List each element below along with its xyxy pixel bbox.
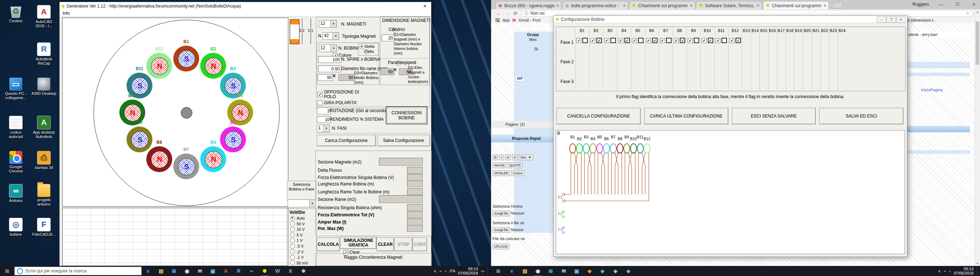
radio-stella[interactable] (360, 44, 364, 49)
bookmark-star-icon[interactable]: ☆ (966, 11, 970, 16)
scroll-up-icon[interactable]: ▲ (975, 10, 980, 14)
desktop-icon-fidocadj[interactable]: FFidoCADJ0... (31, 218, 57, 236)
flag-connect-b10[interactable]: ✓ (702, 38, 707, 43)
taskbar-icon-recap-task[interactable]: R (234, 266, 243, 276)
coil-b12[interactable]: N (146, 53, 172, 79)
flag-connect-b12[interactable]: ✓ (729, 38, 735, 43)
calcola-button[interactable]: CALCOLA (317, 238, 340, 251)
spire-input[interactable]: 100 (318, 56, 341, 63)
language-indicator[interactable]: ITA (449, 269, 455, 273)
taskbar-icon-edge[interactable]: e (143, 266, 153, 276)
network-icon-2[interactable]: ⌁ (944, 269, 946, 273)
volume-icon[interactable]: ♪ (445, 269, 447, 273)
format-toolbar-row1[interactable]: BIUSDim. ▼ (493, 154, 534, 160)
minimize-icon[interactable]: — (877, 16, 886, 23)
clear-button[interactable]: CLEAR (376, 238, 394, 251)
generatore-titlebar[interactable]: ✺ Generatore Ver 1.12 - http://energiaal… (60, 2, 431, 10)
desktop-icon-cestino[interactable]: ♻Cestino (3, 5, 29, 23)
flag-connect-b9[interactable]: ✓ (688, 38, 693, 43)
flag-invert-b7[interactable] (666, 38, 671, 43)
taskbar-icon-chrome-task[interactable]: ◉ (533, 266, 542, 276)
flag-invert-b4[interactable]: ✓ (624, 38, 630, 43)
mp-button[interactable]: MP (515, 76, 525, 81)
new-tab-button[interactable] (831, 2, 844, 8)
flag-connect-b11[interactable]: ✓ (715, 38, 721, 43)
taskbar-icon-store[interactable]: ⊞ (546, 266, 555, 276)
radio-icon[interactable] (290, 227, 295, 232)
coil-b6[interactable]: N (200, 146, 226, 172)
bookmark-app[interactable]: App (503, 18, 510, 22)
format-size-select[interactable]: Dim. ▼ (519, 154, 533, 160)
dialog-button-esci-senza-salvare[interactable]: ESCI SENZA SALVARE (732, 108, 816, 124)
desktop-icon-a360-desktop[interactable]: A360 Desktop (31, 78, 57, 95)
format-button-quote[interactable]: QUOTE (508, 162, 523, 168)
desktop-icon-autodesk-recap[interactable]: RAutodesk ReCap (31, 43, 57, 65)
desktop-icon-codice-autocad[interactable]: codice autocad (3, 116, 29, 139)
flag-connect-b3[interactable]: ✓ (605, 38, 609, 43)
chevron-down-icon[interactable]: ▼ (330, 45, 336, 52)
tab-close-icon[interactable]: ✕ (757, 3, 760, 8)
flag-connect-b4[interactable]: ✓ (618, 38, 624, 43)
fase1-flags-b12[interactable]: ✓✓ (729, 38, 741, 43)
format-button-S[interactable]: S (512, 154, 518, 160)
format-button-B[interactable]: B (493, 154, 498, 160)
voltdiv-option-5V[interactable]: .5 V (290, 244, 317, 249)
fase1-flags-b7[interactable]: ✓ (660, 38, 671, 43)
close-icon[interactable]: ✕ (896, 16, 905, 23)
taskbar-icon-settings[interactable]: ✱ (299, 266, 308, 276)
desktop-icon-arduino[interactable]: ∞Arduino (3, 184, 29, 203)
bookmark-gmail[interactable]: Gmail - Post (519, 18, 541, 22)
apps-grid-icon[interactable] (495, 18, 500, 22)
taskbar-icon-edge[interactable]: e (507, 266, 517, 276)
taskbar-icon-mail[interactable]: ✉ (559, 266, 568, 276)
voltdiv-option-5V[interactable]: 5 V (290, 233, 317, 237)
back-icon[interactable]: ← (496, 10, 501, 16)
coil-b7[interactable]: S (173, 154, 199, 179)
stop-button[interactable]: STOP (395, 238, 412, 251)
reload-icon[interactable]: ⟳ (513, 10, 518, 16)
checkbox-gira[interactable] (317, 100, 323, 105)
coil-b9[interactable]: S (127, 127, 153, 152)
tipologia-select[interactable]: 42▼ (323, 32, 339, 40)
fase1-flags-b8[interactable]: ✓✓ (674, 38, 685, 43)
taskbar-icon-photos[interactable]: ▣ (208, 266, 218, 276)
desktop-icon-bobine[interactable]: ◎bobine (3, 218, 29, 236)
radio-icon[interactable] (290, 216, 295, 220)
format-toolbar-row3[interactable]: SPOILERColore (493, 170, 526, 176)
taskbar-icon-arduino-task[interactable]: ∞ (247, 266, 256, 276)
desktop-icon-progetti-arduino[interactable]: progetti arduino (31, 184, 57, 206)
tab-close-icon[interactable]: ✕ (690, 3, 693, 8)
taskbar-icon-store[interactable]: ⊞ (169, 266, 179, 276)
dialog-titlebar[interactable]: ✺ Configurazione Bobine — ❐ ✕ (554, 16, 907, 23)
n-fasi-select[interactable]: 1▼ (317, 125, 330, 132)
rotazione-input[interactable]: 3 (317, 108, 331, 114)
radio-icon[interactable] (290, 260, 295, 265)
fase1-flags-b9[interactable]: ✓ (688, 38, 699, 43)
seleziona-bobina-select[interactable]: ▼ (288, 200, 316, 207)
taskbar-search[interactable]: Scrivi qui per eseguire la ricerca (14, 266, 142, 275)
flag-invert-b5[interactable] (638, 38, 644, 43)
clock-2[interactable]: 09:13 07/05/2018 (954, 266, 974, 275)
taskbar-icon-mail[interactable]: ✉ (195, 266, 205, 276)
radio-icon[interactable] (290, 233, 295, 237)
scroll-down-icon[interactable]: ▼ (975, 261, 980, 266)
flag-invert-b3[interactable] (611, 38, 616, 43)
checkbox-opposizione[interactable]: ✓ (317, 92, 323, 97)
flag-invert-b11[interactable] (722, 38, 727, 43)
voltdiv-option-2V[interactable]: .2 V (290, 249, 317, 254)
flag-connect-b2[interactable]: ✓ (590, 38, 595, 43)
taskbar-icon-chrome-task[interactable]: ◉ (182, 266, 192, 276)
clock[interactable]: 09:13 07/05/2018 (458, 266, 478, 275)
format-toolbar-row2[interactable]: IMAGEQUOTE (493, 162, 524, 168)
start-button-2[interactable]: ⊞ (491, 266, 506, 276)
chevron-down-icon[interactable]: ▼ (332, 33, 339, 40)
maximize-icon[interactable]: ❐ (886, 16, 896, 23)
radio-icon[interactable] (290, 255, 295, 260)
fase1-flags-b2[interactable]: ✓✓ (590, 38, 602, 43)
flag-invert-b1[interactable] (582, 38, 588, 43)
format-button-I[interactable]: I (500, 154, 504, 160)
info-icon[interactable]: ⓘ (525, 11, 528, 16)
carica-configurazione-button[interactable]: Carica Configurazione (317, 135, 375, 146)
tab-4[interactable]: ✺Software Solare, Termico,✕ (696, 1, 762, 10)
dialog-button-cancella[interactable]: CANCELLA CONFIGURAZIONE (557, 108, 641, 124)
